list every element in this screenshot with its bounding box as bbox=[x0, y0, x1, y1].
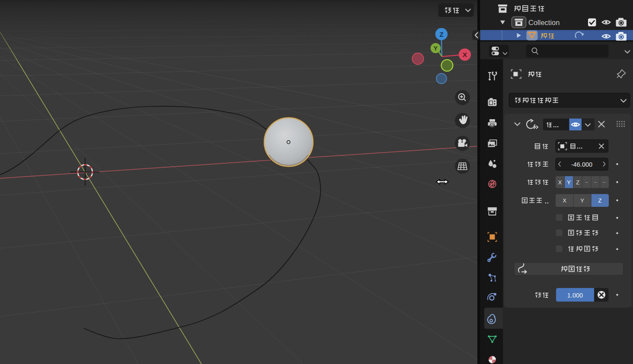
svg-text:X: X bbox=[463, 51, 467, 58]
svg-text:X: X bbox=[558, 179, 562, 186]
svg-text:–: – bbox=[603, 179, 606, 185]
svg-text:1.000: 1.000 bbox=[567, 292, 583, 299]
svg-text:Collection: Collection bbox=[528, 19, 559, 26]
svg-text:–: – bbox=[585, 179, 588, 185]
svg-text:Z: Z bbox=[598, 197, 602, 204]
svg-text:Z: Z bbox=[576, 179, 579, 186]
svg-text:Z: Z bbox=[439, 31, 443, 38]
svg-text:–: – bbox=[594, 179, 597, 185]
svg-text:Y: Y bbox=[580, 197, 584, 204]
svg-text:X: X bbox=[563, 197, 566, 204]
svg-text:-46.000: -46.000 bbox=[571, 161, 592, 168]
svg-text:Y: Y bbox=[434, 45, 438, 52]
svg-text:Y: Y bbox=[567, 179, 571, 186]
